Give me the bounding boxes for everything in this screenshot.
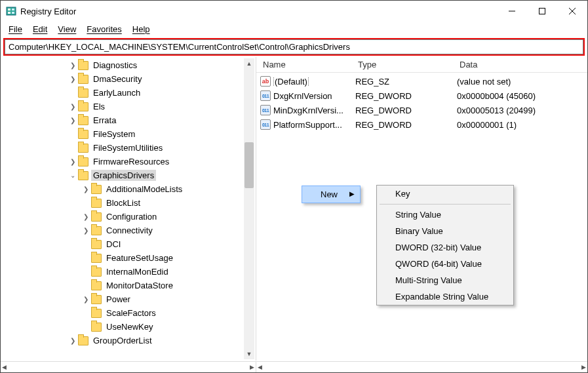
folder-icon [78, 116, 88, 125]
list-hscroll[interactable]: ◀▶ [256, 362, 587, 372]
address-bar[interactable]: Computer\HKEY_LOCAL_MACHINE\SYSTEM\Curre… [5, 39, 583, 54]
tree-item[interactable]: ❯DmaSecurity [3, 72, 256, 86]
disclosure-icon[interactable]: ❯ [69, 337, 77, 344]
tree-item[interactable]: ❯AdditionalModeLists [3, 182, 256, 196]
disclosure-icon[interactable]: ❯ [82, 227, 90, 234]
list-row[interactable]: 011PlatformSupport...REG_DWORD0x00000001… [256, 117, 587, 132]
tree-item-label: ScaleFactors [104, 307, 158, 319]
disclosure-icon[interactable]: ❯ [69, 117, 77, 124]
tree-item-label: Errata [91, 115, 118, 126]
submenu-item[interactable]: Multi-String Value [377, 272, 513, 288]
list-row[interactable]: ab(Default)REG_SZ(value not set) [256, 74, 587, 88]
svg-rect-6 [539, 9, 545, 14]
list-row[interactable]: 011DxgKrnlVersionREG_DWORD0x0000b004 (45… [256, 88, 587, 103]
disclosure-icon[interactable]: ❯ [69, 103, 77, 110]
tree-item[interactable]: ScaleFactors [3, 306, 256, 320]
tree-item-label: DmaSecurity [91, 73, 144, 85]
tree-item-label: FileSystemUtilities [91, 142, 165, 153]
context-menu: New ▶ [302, 186, 361, 203]
close-button[interactable] [557, 1, 587, 22]
value-name: (Default) [273, 77, 355, 87]
tree-item[interactable]: InternalMonEdid [3, 265, 256, 279]
tree-item[interactable]: ❯Els [3, 100, 256, 113]
tree-item[interactable]: ⌄GraphicsDrivers [3, 168, 256, 182]
scroll-down-icon[interactable]: ▼ [244, 349, 254, 359]
folder-icon [91, 267, 102, 277]
column-name[interactable]: Name [260, 60, 355, 69]
value-type: REG_DWORD [355, 91, 457, 101]
maximize-button[interactable] [527, 1, 557, 22]
value-name: PlatformSupport... [273, 120, 355, 130]
new-submenu: KeyString ValueBinary ValueDWORD (32-bit… [376, 185, 514, 305]
scrollbar-thumb[interactable] [245, 142, 254, 188]
disclosure-icon[interactable]: ❯ [82, 186, 90, 193]
tree-item[interactable]: ❯GroupOrderList [3, 334, 256, 347]
folder-icon [78, 157, 88, 167]
disclosure-icon[interactable]: ❯ [82, 213, 90, 220]
folder-icon [78, 171, 88, 180]
minimize-button[interactable] [497, 1, 527, 22]
svg-rect-0 [7, 7, 16, 15]
submenu-item[interactable]: String Value [377, 206, 513, 223]
folder-icon [78, 61, 88, 70]
tree-item[interactable]: ❯Diagnostics [3, 58, 256, 72]
folder-icon [91, 185, 102, 194]
tree-item-label: EarlyLaunch [91, 87, 142, 98]
tree-item[interactable]: MonitorDataStore [3, 279, 256, 292]
tree-item-label: Power [104, 294, 132, 305]
tree-item[interactable]: FeatureSetUsage [3, 251, 256, 265]
disclosure-icon[interactable]: ❯ [82, 296, 90, 303]
disclosure-icon[interactable]: ❯ [69, 158, 77, 165]
window-title: Registry Editor [20, 7, 497, 16]
disclosure-icon[interactable]: ❯ [69, 62, 77, 69]
submenu-item[interactable]: QWORD (64-bit) Value [377, 256, 513, 272]
tree-item[interactable]: ❯Configuration [3, 210, 256, 224]
tree-item[interactable]: BlockList [3, 196, 256, 210]
folder-icon [78, 75, 88, 84]
tree-item[interactable]: FileSystem [3, 127, 256, 141]
value-name: DxgKrnlVersion [273, 91, 355, 101]
menu-file[interactable]: File [5, 23, 26, 35]
menu-favorites[interactable]: Favorites [83, 23, 125, 35]
tree-item-label: BlockList [104, 197, 142, 208]
submenu-item[interactable]: Expandable String Value [377, 288, 513, 305]
tree-item[interactable]: ❯FirmwareResources [3, 155, 256, 168]
tree-item[interactable]: UseNewKey [3, 320, 256, 334]
submenu-item[interactable]: DWORD (32-bit) Value [377, 239, 513, 256]
value-icon: 011 [260, 119, 271, 130]
tree-item-label: UseNewKey [104, 321, 155, 332]
tree-item[interactable]: ❯Power [3, 292, 256, 306]
submenu-arrow-icon: ▶ [349, 190, 355, 197]
menu-edit[interactable]: Edit [29, 23, 51, 35]
disclosure-icon[interactable]: ⌄ [69, 172, 77, 179]
regedit-icon [6, 6, 16, 16]
column-data[interactable]: Data [457, 60, 587, 69]
value-data: (value not set) [457, 77, 587, 87]
folder-icon [91, 212, 102, 222]
submenu-item[interactable]: Key [377, 186, 513, 202]
tree-pane[interactable]: ❯Diagnostics❯DmaSecurityEarlyLaunch❯Els❯… [1, 57, 256, 361]
folder-icon [78, 88, 88, 98]
value-name: MinDxgKrnlVersi... [273, 106, 355, 115]
folder-icon [91, 226, 102, 235]
vertical-scrollbar[interactable]: ▲ ▼ [244, 58, 254, 359]
menu-view[interactable]: View [54, 23, 80, 35]
submenu-item[interactable]: Binary Value [377, 223, 513, 239]
list-row[interactable]: 011MinDxgKrnlVersi...REG_DWORD0x00005013… [256, 103, 587, 117]
tree-item[interactable]: ❯Connectivity [3, 224, 256, 237]
context-new[interactable]: New ▶ [302, 186, 361, 203]
disclosure-icon[interactable]: ❯ [69, 75, 77, 83]
tree-item[interactable]: EarlyLaunch [3, 86, 256, 100]
scroll-up-icon[interactable]: ▲ [244, 58, 254, 69]
folder-icon [91, 323, 102, 332]
tree-item[interactable]: ❯Errata [3, 113, 256, 127]
tree-hscroll[interactable]: ◀▶ [1, 362, 256, 372]
tree-item[interactable]: DCI [3, 237, 256, 251]
tree-item-label: GraphicsDrivers [91, 170, 156, 181]
tree-item-label: FeatureSetUsage [104, 252, 175, 264]
menu-help[interactable]: Help [128, 23, 154, 35]
column-type[interactable]: Type [355, 60, 457, 69]
tree-item[interactable]: FileSystemUtilities [3, 141, 256, 155]
value-type: REG_DWORD [355, 120, 457, 130]
value-data: 0x00005013 (20499) [457, 106, 587, 115]
